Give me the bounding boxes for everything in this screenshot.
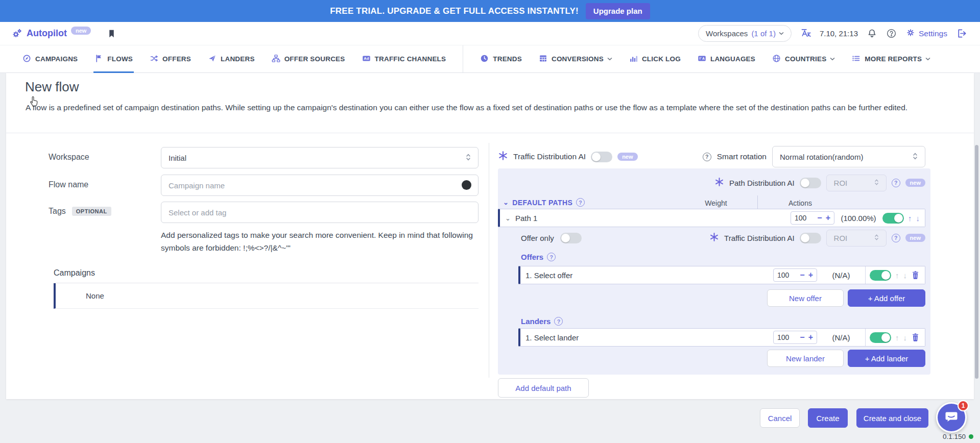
divider [6, 133, 974, 133]
offer-only-toggle[interactable] [560, 233, 582, 243]
flow-name-color-dot[interactable] [462, 180, 471, 190]
offer-enabled-toggle[interactable] [870, 270, 891, 281]
help-circle-icon[interactable]: ? [554, 317, 563, 326]
help-circle-icon[interactable]: ? [892, 234, 900, 242]
list-icon [852, 54, 861, 64]
select-chevrons-icon [913, 152, 918, 162]
tab-languages[interactable]: A LANGUAGES [698, 45, 755, 72]
offers-section-title: Offers ? [521, 253, 556, 261]
upgrade-plan-button[interactable]: Upgrade plan [586, 3, 650, 19]
move-up-icon[interactable]: ↑ [908, 214, 912, 223]
help-circle-icon[interactable]: ? [547, 253, 556, 261]
path-traffic-ai-toggle[interactable] [800, 233, 821, 243]
translate-icon[interactable] [800, 28, 811, 39]
help-circle-icon[interactable]: ? [892, 179, 900, 187]
move-down-icon[interactable]: ↓ [916, 214, 920, 223]
offer-weight-value[interactable]: 100 [777, 271, 796, 279]
tab-flows[interactable]: FLOWS [94, 45, 133, 72]
path-ai-toggle[interactable] [800, 178, 821, 188]
tab-trends[interactable]: TRENDS [480, 45, 522, 72]
help-circle-icon[interactable]: ? [576, 198, 585, 207]
table-icon [539, 54, 547, 64]
tab-landers[interactable]: LANDERS [208, 45, 255, 72]
path-row: ⌄ Path 1 100 − + (100.00%) ↑ ↓ [498, 209, 925, 227]
path-weight-stepper: 100 − + [791, 211, 834, 225]
path-name-cell[interactable]: ⌄ Path 1 [505, 214, 786, 223]
trash-icon[interactable] [911, 333, 920, 342]
settings-label: Settings [919, 29, 947, 38]
tags-input[interactable] [161, 202, 479, 223]
flow-name-input[interactable] [161, 175, 479, 196]
path-weight-value[interactable]: 100 [795, 214, 814, 222]
new-offer-button[interactable]: New offer [767, 289, 844, 307]
autopilot-cogs-icon [11, 28, 22, 39]
scrollbar-thumb[interactable] [975, 145, 978, 379]
cancel-button[interactable]: Cancel [760, 408, 800, 428]
mouse-cursor-icon [28, 93, 41, 110]
ai-spark-icon [709, 232, 719, 243]
tab-campaigns[interactable]: CAMPAIGNS [22, 45, 78, 72]
clock-icon [480, 54, 489, 64]
minus-icon[interactable]: − [800, 271, 804, 279]
smart-rotation-value: Normal rotation(random) [780, 153, 863, 161]
help-circle-icon[interactable]: ? [703, 153, 711, 161]
campaigns-label: Campaigns [54, 268, 95, 278]
workspace-select[interactable]: Initial [161, 147, 479, 168]
add-lander-button[interactable]: + Add lander [848, 350, 925, 367]
logout-icon[interactable] [956, 28, 967, 39]
minus-icon[interactable]: − [817, 214, 822, 222]
plus-icon[interactable]: + [826, 214, 830, 222]
path-ai-metric-select[interactable]: ROI [826, 175, 887, 191]
plus-icon[interactable]: + [808, 333, 813, 341]
move-down-icon: ↓ [903, 333, 907, 342]
divider [865, 266, 866, 284]
add-default-path-button[interactable]: Add default path [498, 378, 589, 398]
tabs-group-divider [463, 45, 463, 72]
tab-offers[interactable]: OFFERS [150, 45, 191, 72]
status-dot [969, 434, 973, 439]
lander-row-name: 1. Select lander [525, 333, 579, 342]
add-offer-button[interactable]: + Add offer [848, 289, 925, 307]
settings-button[interactable]: Settings [905, 28, 947, 40]
path-enabled-toggle[interactable] [882, 213, 904, 224]
metric-value: ROI [834, 234, 848, 242]
select-chevrons-icon [874, 234, 879, 242]
move-up-icon: ↑ [895, 333, 899, 342]
chevron-down-icon [925, 57, 930, 61]
brand[interactable]: Autopilot new [11, 28, 91, 39]
offer-weight-percent: (N/A) [821, 271, 861, 280]
default-paths-title[interactable]: ⌄ DEFAULT PATHS ? [503, 198, 585, 207]
path-traffic-ai-metric-select[interactable]: ROI [826, 230, 887, 247]
trash-icon[interactable] [911, 270, 920, 280]
divider [489, 143, 489, 378]
create-and-close-button[interactable]: Create and close [856, 408, 928, 428]
lander-weight-value[interactable]: 100 [777, 333, 796, 341]
help-icon[interactable] [886, 28, 897, 39]
lander-select-cell[interactable]: 1. Select lander [525, 333, 769, 342]
new-lander-button[interactable]: New lander [767, 350, 844, 367]
tab-more-reports[interactable]: MORE REPORTS [852, 45, 930, 72]
divider [757, 195, 758, 210]
bookmark-icon[interactable] [107, 29, 116, 39]
tags-label-row: Tags OPTIONAL [49, 207, 111, 216]
trial-banner-text: FREE TRIAL. UPGRADE & GET FULL ACCESS IN… [330, 6, 579, 16]
select-chevrons-icon [874, 179, 879, 187]
tab-click-log[interactable]: CLICK LOG [629, 45, 681, 72]
move-down-icon: ↓ [903, 271, 907, 280]
create-button[interactable]: Create [808, 408, 848, 428]
language-card-icon: A [698, 54, 706, 64]
lander-enabled-toggle[interactable] [870, 332, 891, 343]
chat-bubble-icon [944, 409, 959, 426]
minus-icon[interactable]: − [800, 333, 804, 341]
smart-rotation-select[interactable]: Normal rotation(random) [772, 146, 925, 167]
svg-text:A: A [702, 57, 705, 60]
campaigns-icon [22, 54, 31, 64]
workspaces-dropdown[interactable]: Workspaces (1 of 1) [698, 25, 792, 42]
notifications-bell-icon[interactable] [867, 28, 877, 39]
tab-conversions[interactable]: CONVERSIONS [539, 45, 612, 72]
tab-countries[interactable]: COUNTRIES [772, 45, 835, 72]
tab-offer-sources[interactable]: OFFER SOURCES [272, 45, 345, 72]
offer-select-cell[interactable]: 1. Select offer [525, 271, 769, 280]
tab-traffic-channels[interactable]: Ad TRAFFIC CHANNELS [362, 45, 446, 72]
plus-icon[interactable]: + [808, 271, 813, 279]
